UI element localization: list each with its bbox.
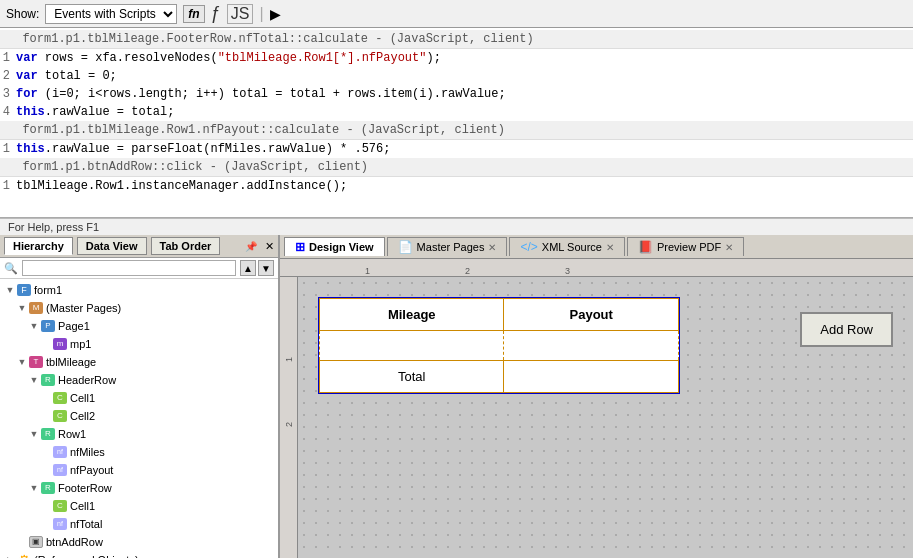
code-line: 4this.rawValue = total; <box>0 103 913 121</box>
tree-item-tblmileage[interactable]: ▼ T tblMileage <box>0 353 278 371</box>
design-view-label: Design View <box>309 241 374 253</box>
ruler-mark-3: 3 <box>565 266 570 276</box>
preview-pdf-close[interactable]: ✕ <box>725 242 733 253</box>
ruler-mark-side-2: 2 <box>284 422 294 427</box>
view-tabs: ⊞ Design View 📄 Master Pages ✕ </> XML S… <box>280 235 913 259</box>
tab-tab-order[interactable]: Tab Order <box>151 237 221 255</box>
code-line: 1tblMileage.Row1.instanceManager.addInst… <box>0 177 913 195</box>
tree-label-page1: Page1 <box>58 318 90 334</box>
tree-label-row1: Row1 <box>58 426 86 442</box>
tree-item-nfpayout[interactable]: ▶ nf nfPayout <box>0 461 278 479</box>
tree-item-mp1[interactable]: ▶ m mp1 <box>0 335 278 353</box>
tab-data-view[interactable]: Data View <box>77 237 147 255</box>
tab-master-pages[interactable]: 📄 Master Pages ✕ <box>387 237 508 256</box>
tree-label-footerrow: FooterRow <box>58 480 112 496</box>
function-icon[interactable]: ƒ <box>211 3 221 24</box>
tree-label-cell1-footer: Cell1 <box>70 498 95 514</box>
master-pages-label: Master Pages <box>417 241 485 253</box>
fn-button[interactable]: fn <box>183 5 204 23</box>
tree-label-btnaddrow: btnAddRow <box>46 534 103 550</box>
tree-item-btnaddrow[interactable]: ▶ ▣ btnAddRow <box>0 533 278 551</box>
search-bar: 🔍 ▲ ▼ <box>0 258 278 279</box>
tree-item-nfmiles[interactable]: ▶ nf nfMiles <box>0 443 278 461</box>
search-arrows: ▲ ▼ <box>240 260 274 276</box>
canvas-content: Mileage Payout Total <box>298 277 913 558</box>
tree-item-referenced-objects[interactable]: ▶ ⚙ (Referenced Objects) <box>0 551 278 558</box>
code-comment-3: form1.p1.btnAddRow::click - (JavaScript,… <box>0 158 913 177</box>
ruler-top: 1 2 3 <box>280 259 913 277</box>
code-line: 1this.rawValue = parseFloat(nfMiles.rawV… <box>0 140 913 158</box>
tree-label-mp1: mp1 <box>70 336 91 352</box>
tree-label-form1: form1 <box>34 282 62 298</box>
arrow-up-btn[interactable]: ▲ <box>240 260 256 276</box>
tree-item-master-pages[interactable]: ▼ M (Master Pages) <box>0 299 278 317</box>
tree-item-footerrow[interactable]: ▼ R FooterRow <box>0 479 278 497</box>
data-cell-2[interactable] <box>504 331 679 361</box>
table-total-row: Total <box>320 361 679 393</box>
code-line: 3for (i=0; i<rows.length; i++) total = t… <box>0 85 913 103</box>
ruler-mark-1: 1 <box>365 266 370 276</box>
tree-label-cell1-header: Cell1 <box>70 390 95 406</box>
help-text: For Help, press F1 <box>0 218 913 235</box>
ruler-mark-side-1: 1 <box>284 357 294 362</box>
header-payout: Payout <box>504 299 679 331</box>
add-row-button[interactable]: Add Row <box>800 312 893 347</box>
js-icon[interactable]: JS <box>227 4 254 24</box>
tree-label-referenced-objects: (Referenced Objects) <box>34 552 139 558</box>
show-label: Show: <box>6 7 39 21</box>
total-label: Total <box>320 361 504 393</box>
code-line: 1var rows = xfa.resolveNodes("tblMileage… <box>0 49 913 67</box>
code-editor: form1.p1.tblMileage.FooterRow.nfTotal::c… <box>0 28 913 218</box>
preview-pdf-label: Preview PDF <box>657 241 721 253</box>
tree-label-nftotal: nfTotal <box>70 516 102 532</box>
design-view-icon: ⊞ <box>295 240 305 254</box>
header-mileage: Mileage <box>320 299 504 331</box>
master-pages-close[interactable]: ✕ <box>488 242 496 253</box>
code-line: 2var total = 0; <box>0 67 913 85</box>
table-header-row: Mileage Payout <box>320 299 679 331</box>
table-data-row <box>320 331 679 361</box>
show-select[interactable]: Events with Scripts <box>45 4 177 24</box>
tree-item-cell1-header[interactable]: ▶ C Cell1 <box>0 389 278 407</box>
tree-item-row1[interactable]: ▼ R Row1 <box>0 425 278 443</box>
xml-source-icon: </> <box>520 240 537 254</box>
tab-hierarchy[interactable]: Hierarchy <box>4 237 73 255</box>
tab-xml-source[interactable]: </> XML Source ✕ <box>509 237 624 256</box>
tab-design-view[interactable]: ⊞ Design View <box>284 237 385 256</box>
tree-label-tblmileage: tblMileage <box>46 354 96 370</box>
separator: | <box>259 5 263 23</box>
ruler-side: 1 2 <box>280 277 298 558</box>
close-panel-icon[interactable]: ✕ <box>265 240 274 253</box>
design-canvas: 1 2 3 1 2 Mileage Payout <box>280 259 913 558</box>
form-design: Mileage Payout Total <box>318 297 680 394</box>
search-icon: 🔍 <box>4 262 18 275</box>
tree-item-headerrow[interactable]: ▼ R HeaderRow <box>0 371 278 389</box>
tree-item-cell2-header[interactable]: ▶ C Cell2 <box>0 407 278 425</box>
ruler-mark-2: 2 <box>465 266 470 276</box>
run-icon[interactable]: ▶ <box>270 6 281 22</box>
tree-label-master-pages: (Master Pages) <box>46 300 121 316</box>
total-value <box>504 361 679 393</box>
search-input[interactable] <box>22 260 236 276</box>
tree-item-cell1-footer[interactable]: ▶ C Cell1 <box>0 497 278 515</box>
tree-item-nftotal[interactable]: ▶ nf nfTotal <box>0 515 278 533</box>
pin-icon[interactable]: 📌 <box>245 241 257 252</box>
tab-preview-pdf[interactable]: 📕 Preview PDF ✕ <box>627 237 744 256</box>
tree-label-headerrow: HeaderRow <box>58 372 116 388</box>
tree-item-form1[interactable]: ▼ F form1 <box>0 281 278 299</box>
toolbar: Show: Events with Scripts fn ƒ JS | ▶ <box>0 0 913 28</box>
tree: ▼ F form1 ▼ M (Master Pages) ▼ P Page1 <box>0 279 278 558</box>
preview-pdf-icon: 📕 <box>638 240 653 254</box>
code-comment-1: form1.p1.tblMileage.FooterRow.nfTotal::c… <box>0 30 913 49</box>
tree-item-page1[interactable]: ▼ P Page1 <box>0 317 278 335</box>
tree-label-nfpayout: nfPayout <box>70 462 113 478</box>
main-area: Hierarchy Data View Tab Order 📌 ✕ 🔍 ▲ ▼ … <box>0 235 913 558</box>
arrow-down-btn[interactable]: ▼ <box>258 260 274 276</box>
data-cell-1[interactable] <box>320 331 504 361</box>
code-comment-2: form1.p1.tblMileage.Row1.nfPayout::calcu… <box>0 121 913 140</box>
xml-source-label: XML Source <box>542 241 602 253</box>
xml-source-close[interactable]: ✕ <box>606 242 614 253</box>
panel-header: Hierarchy Data View Tab Order 📌 ✕ <box>0 235 278 258</box>
master-pages-icon: 📄 <box>398 240 413 254</box>
left-panel: Hierarchy Data View Tab Order 📌 ✕ 🔍 ▲ ▼ … <box>0 235 280 558</box>
